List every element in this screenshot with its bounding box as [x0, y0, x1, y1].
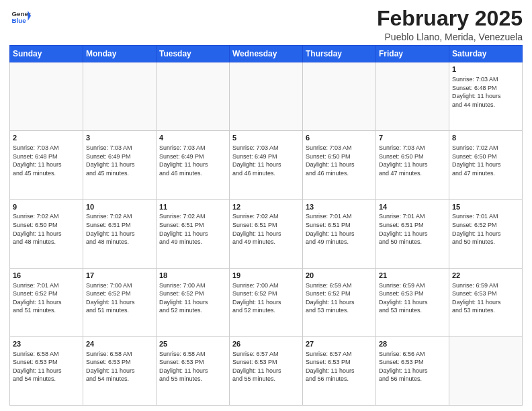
- day-info: Sunrise: 7:01 AM Sunset: 6:52 PM Dayligh…: [452, 212, 519, 246]
- day-cell: 13Sunrise: 7:01 AM Sunset: 6:51 PM Dayli…: [303, 199, 376, 268]
- day-cell: 12Sunrise: 7:02 AM Sunset: 6:51 PM Dayli…: [230, 199, 303, 268]
- day-number: 25: [159, 339, 226, 349]
- day-info: Sunrise: 7:02 AM Sunset: 6:51 PM Dayligh…: [232, 212, 300, 246]
- day-cell: 14Sunrise: 7:01 AM Sunset: 6:51 PM Dayli…: [376, 199, 449, 268]
- day-number: 28: [379, 339, 446, 349]
- page: General Blue February 2025 Pueblo Llano,…: [0, 0, 532, 411]
- day-cell: [83, 62, 157, 131]
- day-cell: 8Sunrise: 7:02 AM Sunset: 6:50 PM Daylig…: [449, 131, 523, 199]
- day-info: Sunrise: 6:59 AM Sunset: 6:52 PM Dayligh…: [306, 281, 373, 315]
- day-cell: 9Sunrise: 7:02 AM Sunset: 6:50 PM Daylig…: [10, 199, 83, 268]
- week-row-5: 23Sunrise: 6:58 AM Sunset: 6:53 PM Dayli…: [10, 336, 523, 405]
- day-cell: 28Sunrise: 6:56 AM Sunset: 6:53 PM Dayli…: [376, 336, 449, 405]
- header: General Blue February 2025 Pueblo Llano,…: [9, 7, 523, 42]
- day-number: 12: [232, 202, 300, 212]
- day-info: Sunrise: 7:01 AM Sunset: 6:51 PM Dayligh…: [379, 212, 446, 246]
- day-info: Sunrise: 7:02 AM Sunset: 6:50 PM Dayligh…: [13, 212, 80, 246]
- day-number: 17: [86, 271, 153, 281]
- day-cell: [10, 62, 83, 131]
- day-number: 10: [86, 202, 153, 212]
- day-number: 9: [13, 202, 80, 212]
- weekday-header-wednesday: Wednesday: [230, 46, 303, 62]
- day-number: 1: [452, 64, 519, 75]
- day-info: Sunrise: 7:03 AM Sunset: 6:50 PM Dayligh…: [379, 144, 446, 177]
- day-info: Sunrise: 7:01 AM Sunset: 6:51 PM Dayligh…: [306, 212, 373, 246]
- day-cell: 19Sunrise: 7:00 AM Sunset: 6:52 PM Dayli…: [230, 268, 303, 336]
- day-info: Sunrise: 6:58 AM Sunset: 6:53 PM Dayligh…: [159, 350, 226, 383]
- weekday-header-tuesday: Tuesday: [157, 46, 230, 62]
- title-area: February 2025 Pueblo Llano, Merida, Vene…: [377, 7, 523, 42]
- day-info: Sunrise: 7:01 AM Sunset: 6:52 PM Dayligh…: [13, 281, 80, 315]
- day-number: 18: [159, 271, 226, 281]
- day-cell: 20Sunrise: 6:59 AM Sunset: 6:52 PM Dayli…: [303, 268, 376, 336]
- day-number: 2: [13, 133, 80, 143]
- day-cell: 4Sunrise: 7:03 AM Sunset: 6:49 PM Daylig…: [157, 131, 230, 199]
- day-cell: [303, 62, 376, 131]
- day-cell: 22Sunrise: 6:59 AM Sunset: 6:53 PM Dayli…: [449, 268, 523, 336]
- weekday-header-thursday: Thursday: [303, 46, 376, 62]
- day-cell: 23Sunrise: 6:58 AM Sunset: 6:53 PM Dayli…: [10, 336, 83, 405]
- day-number: 24: [86, 339, 153, 349]
- day-number: 22: [452, 271, 519, 281]
- day-number: 5: [232, 133, 300, 143]
- day-info: Sunrise: 6:56 AM Sunset: 6:53 PM Dayligh…: [379, 350, 446, 383]
- day-number: 27: [306, 339, 373, 349]
- day-info: Sunrise: 7:02 AM Sunset: 6:51 PM Dayligh…: [159, 212, 226, 246]
- day-info: Sunrise: 7:03 AM Sunset: 6:49 PM Dayligh…: [86, 144, 153, 177]
- logo-icon: General Blue: [11, 7, 31, 27]
- day-cell: [376, 62, 449, 131]
- day-info: Sunrise: 7:03 AM Sunset: 6:48 PM Dayligh…: [13, 144, 80, 177]
- day-info: Sunrise: 7:02 AM Sunset: 6:50 PM Dayligh…: [452, 144, 519, 177]
- day-info: Sunrise: 7:03 AM Sunset: 6:49 PM Dayligh…: [159, 144, 226, 177]
- day-cell: 27Sunrise: 6:57 AM Sunset: 6:53 PM Dayli…: [303, 336, 376, 405]
- day-number: 23: [13, 339, 80, 349]
- day-cell: [157, 62, 230, 131]
- day-number: 3: [86, 133, 153, 143]
- day-info: Sunrise: 7:02 AM Sunset: 6:51 PM Dayligh…: [86, 212, 153, 246]
- day-cell: 25Sunrise: 6:58 AM Sunset: 6:53 PM Dayli…: [157, 336, 230, 405]
- day-number: 15: [452, 202, 519, 212]
- day-cell: 11Sunrise: 7:02 AM Sunset: 6:51 PM Dayli…: [157, 199, 230, 268]
- weekday-header-friday: Friday: [376, 46, 449, 62]
- day-number: 4: [159, 133, 226, 143]
- day-cell: 15Sunrise: 7:01 AM Sunset: 6:52 PM Dayli…: [449, 199, 523, 268]
- day-cell: 1Sunrise: 7:03 AM Sunset: 6:48 PM Daylig…: [449, 62, 523, 131]
- day-number: 21: [379, 271, 446, 281]
- day-info: Sunrise: 7:03 AM Sunset: 6:48 PM Dayligh…: [452, 75, 519, 109]
- day-number: 19: [232, 271, 300, 281]
- location: Pueblo Llano, Merida, Venezuela: [377, 32, 523, 42]
- day-info: Sunrise: 6:58 AM Sunset: 6:53 PM Dayligh…: [86, 350, 153, 383]
- week-row-2: 2Sunrise: 7:03 AM Sunset: 6:48 PM Daylig…: [10, 131, 523, 199]
- month-title: February 2025: [377, 7, 523, 30]
- day-cell: 10Sunrise: 7:02 AM Sunset: 6:51 PM Dayli…: [83, 199, 157, 268]
- weekday-header-saturday: Saturday: [449, 46, 523, 62]
- day-cell: 5Sunrise: 7:03 AM Sunset: 6:49 PM Daylig…: [230, 131, 303, 199]
- day-info: Sunrise: 7:00 AM Sunset: 6:52 PM Dayligh…: [159, 281, 226, 315]
- day-number: 26: [232, 339, 300, 349]
- day-number: 14: [379, 202, 446, 212]
- day-cell: 17Sunrise: 7:00 AM Sunset: 6:52 PM Dayli…: [83, 268, 157, 336]
- day-info: Sunrise: 6:59 AM Sunset: 6:53 PM Dayligh…: [452, 281, 519, 315]
- week-row-1: 1Sunrise: 7:03 AM Sunset: 6:48 PM Daylig…: [10, 62, 523, 131]
- day-info: Sunrise: 7:03 AM Sunset: 6:50 PM Dayligh…: [306, 144, 373, 177]
- day-cell: 26Sunrise: 6:57 AM Sunset: 6:53 PM Dayli…: [230, 336, 303, 405]
- calendar-table: SundayMondayTuesdayWednesdayThursdayFrid…: [9, 45, 523, 406]
- svg-text:Blue: Blue: [12, 17, 27, 24]
- day-number: 6: [306, 133, 373, 143]
- day-cell: [449, 336, 523, 405]
- day-info: Sunrise: 7:00 AM Sunset: 6:52 PM Dayligh…: [232, 281, 300, 315]
- day-info: Sunrise: 6:59 AM Sunset: 6:53 PM Dayligh…: [379, 281, 446, 315]
- day-number: 7: [379, 133, 446, 143]
- day-number: 8: [452, 133, 519, 143]
- week-row-3: 9Sunrise: 7:02 AM Sunset: 6:50 PM Daylig…: [10, 199, 523, 268]
- day-cell: 21Sunrise: 6:59 AM Sunset: 6:53 PM Dayli…: [376, 268, 449, 336]
- day-cell: 24Sunrise: 6:58 AM Sunset: 6:53 PM Dayli…: [83, 336, 157, 405]
- weekday-header-sunday: Sunday: [10, 46, 83, 62]
- day-cell: 16Sunrise: 7:01 AM Sunset: 6:52 PM Dayli…: [10, 268, 83, 336]
- weekday-header-monday: Monday: [83, 46, 157, 62]
- day-cell: 6Sunrise: 7:03 AM Sunset: 6:50 PM Daylig…: [303, 131, 376, 199]
- day-cell: 18Sunrise: 7:00 AM Sunset: 6:52 PM Dayli…: [157, 268, 230, 336]
- weekday-header-row: SundayMondayTuesdayWednesdayThursdayFrid…: [10, 46, 523, 62]
- day-number: 13: [306, 202, 373, 212]
- day-cell: [230, 62, 303, 131]
